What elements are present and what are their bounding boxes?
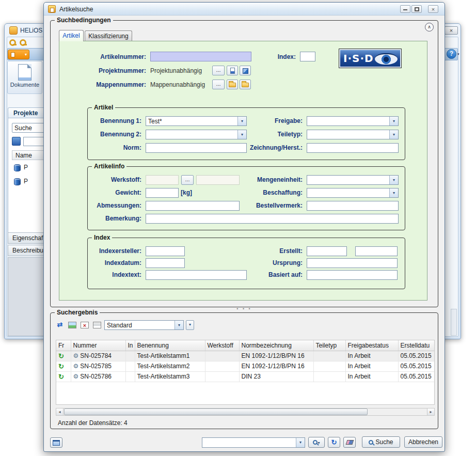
artikelinfo-legend: Artikelinfo <box>92 163 126 170</box>
mappe-structure-button[interactable] <box>240 80 251 89</box>
record-count: Anzahl der Datensätze: 4 <box>58 419 128 427</box>
collapse-button[interactable]: ∧ <box>425 23 434 32</box>
index-input[interactable] <box>300 52 315 61</box>
clear-fields-button[interactable] <box>343 437 356 448</box>
column-header-fr[interactable]: Fr <box>56 340 71 351</box>
chevron-down-icon[interactable]: ▾ <box>389 117 398 125</box>
werkstoff-name-field[interactable] <box>196 175 240 185</box>
minimize-button[interactable] <box>400 5 410 13</box>
table-row[interactable]: ↻ ⚙SN-025784 Test-Artikelstamm1 EN 1092-… <box>56 351 434 361</box>
quick-search-combobox[interactable]: ▾ <box>202 437 305 448</box>
view-options-button[interactable]: ▾ <box>186 320 194 330</box>
mappennummer-label: Mappennummer: <box>70 81 146 88</box>
refresh-results-button[interactable]: ⇄ <box>55 320 65 330</box>
result-view-combobox[interactable]: Standard ▾ <box>104 320 184 330</box>
gewicht-input[interactable] <box>146 188 179 198</box>
chevron-down-icon[interactable]: ▾ <box>389 176 398 184</box>
dokumente-button[interactable]: Dokumente <box>7 61 42 94</box>
article-gear-icon: ⚙ <box>73 363 79 370</box>
freigabe-combobox[interactable]: ▾ <box>307 116 399 126</box>
mengeneinheit-combobox[interactable]: ▾ <box>307 175 399 185</box>
column-header-nummer[interactable]: Nummer <box>71 340 125 351</box>
indexersteller-input[interactable] <box>146 246 185 256</box>
norm-input[interactable] <box>146 143 247 153</box>
key-icon[interactable] <box>19 39 27 46</box>
export-image-button[interactable] <box>67 320 77 330</box>
main-close-button[interactable]: × <box>445 26 458 35</box>
column-header-erstelldatum[interactable]: Erstelldatu <box>398 340 434 351</box>
mappe-open-button[interactable] <box>227 80 238 89</box>
close-button[interactable]: × <box>428 5 438 13</box>
column-header-in[interactable]: In <box>125 340 135 351</box>
scrollbar-thumb[interactable] <box>64 408 368 415</box>
key-icon[interactable] <box>9 39 17 46</box>
benennung1-combobox[interactable]: Test* ▾ <box>146 116 247 126</box>
artikelnummer-input[interactable] <box>150 52 251 61</box>
projektnummer-value: Projektunabhängig <box>150 67 202 74</box>
scroll-right-button[interactable]: ▸ <box>427 408 434 415</box>
scroll-left-button[interactable]: ◂ <box>56 408 64 415</box>
indexdatum-input[interactable] <box>146 258 185 268</box>
refresh-icon: ↻ <box>331 438 337 446</box>
indextext-input[interactable] <box>146 270 247 280</box>
tab-projekte[interactable]: Projekte <box>8 107 47 118</box>
bemerkung-input[interactable] <box>146 214 399 224</box>
table-row[interactable]: ↻ ⚙SN-025786 Test-Artikelstamm3 DIN 23 I… <box>56 371 434 382</box>
teiletyp-combobox[interactable]: ▾ <box>307 130 399 139</box>
window-icon <box>53 440 60 446</box>
column-header-normbezeichnung[interactable]: Normbezeichnung <box>239 340 313 351</box>
image-icon <box>68 322 76 328</box>
mappe-browse-button[interactable]: ... <box>212 80 225 89</box>
suche-button[interactable]: Suche <box>362 436 400 448</box>
search-scope-icon[interactable] <box>12 137 21 146</box>
beschaffung-combobox[interactable]: ▾ <box>307 188 399 198</box>
chevron-down-icon[interactable]: ▾ <box>457 52 459 56</box>
main-vertical-scrollbar[interactable] <box>451 309 457 336</box>
column-header-werkstoff[interactable]: Werkstoff <box>205 340 239 351</box>
refresh-button[interactable]: ↻ <box>328 437 340 448</box>
erstellt-input-2[interactable] <box>355 246 398 256</box>
minimize-icon <box>403 9 407 10</box>
chevron-down-icon[interactable]: ▾ <box>174 321 183 329</box>
search-options-button[interactable]: ▾ <box>308 437 325 448</box>
werkstoff-input[interactable] <box>146 175 179 185</box>
report-button[interactable] <box>92 320 102 330</box>
benennung2-combobox[interactable]: ▾ <box>146 130 247 139</box>
abbrechen-button[interactable]: Abbrechen <box>404 436 442 448</box>
chevron-down-icon[interactable]: ▾ <box>389 188 398 197</box>
column-header-benennung[interactable]: Benennung <box>135 340 205 351</box>
splitter-handle[interactable]: • • • <box>44 306 445 311</box>
column-header-freigabestatus[interactable]: Freigabestatus <box>345 340 398 351</box>
artikel-tab-panel: Artikelnummer: Index: I·S·D Projektnumme… <box>59 41 427 301</box>
project-doc-icon <box>230 68 235 74</box>
help-button[interactable]: ? <box>447 49 456 59</box>
table-row[interactable]: ↻ ⚙SN-025785 Test-Artikelstamm2 EN 1092-… <box>56 361 434 371</box>
clear-results-button[interactable]: × <box>80 320 90 330</box>
dialog-titlebar[interactable]: Artikelsuche × <box>44 3 445 15</box>
chevron-down-icon[interactable]: ▾ <box>389 130 398 139</box>
werkstoff-browse-button[interactable]: ... <box>181 175 194 185</box>
column-header-teiletyp[interactable]: Teiletyp <box>313 340 345 351</box>
projekt-browse-button[interactable]: ... <box>212 66 225 75</box>
projekt-detail-button[interactable] <box>227 66 238 75</box>
zeichnung-input[interactable] <box>307 143 399 153</box>
suchergebnis-legend: Suchergebnis <box>55 309 100 316</box>
result-table-container: Fr Nummer In Benennung Werkstoff Normbez… <box>56 340 435 405</box>
result-horizontal-scrollbar[interactable]: ◂ ▸ <box>56 408 435 416</box>
erstellt-input-1[interactable] <box>307 246 347 256</box>
tab-artikel[interactable]: Artikel <box>59 30 84 41</box>
tree-item-project[interactable]: P <box>14 164 28 173</box>
new-document-button[interactable]: ▾ <box>8 50 29 59</box>
window-mode-button[interactable] <box>50 437 62 448</box>
artikelnummer-label: Artikelnummer: <box>70 53 146 60</box>
ursprung-input[interactable] <box>307 258 398 268</box>
chevron-down-icon[interactable]: ▾ <box>296 438 305 447</box>
bestellvermerk-input[interactable] <box>307 201 399 211</box>
basiert-input[interactable] <box>307 270 398 280</box>
tab-klassifizierung[interactable]: Klassifizierung <box>85 30 132 41</box>
tree-item-project[interactable]: P <box>14 178 28 187</box>
projekt-structure-button[interactable] <box>240 66 251 75</box>
abmessungen-input[interactable] <box>146 201 240 211</box>
arrow-left-icon: ◂ <box>58 410 60 414</box>
maximize-button[interactable] <box>411 5 422 13</box>
